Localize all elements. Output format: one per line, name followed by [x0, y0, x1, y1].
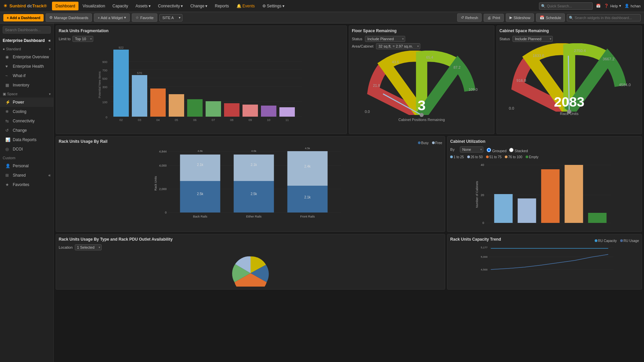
- limit-select[interactable]: Top 10: [72, 36, 93, 42]
- sidebar-item-inventory[interactable]: ▦ Inventory: [0, 80, 53, 90]
- chevron-down-icon: ▾: [124, 15, 126, 20]
- svg-text:05: 05: [175, 118, 178, 122]
- grouped-radio-label[interactable]: Grouped: [487, 148, 506, 153]
- svg-text:04: 04: [156, 118, 160, 122]
- nav-connectivity[interactable]: Connectivity ▾: [155, 2, 186, 10]
- add-dashboard-button[interactable]: + Add a Dashboard: [3, 14, 44, 21]
- svg-text:11: 11: [285, 118, 289, 122]
- widget-cabinet-util-title: Cabinet Utilization: [450, 139, 639, 144]
- cabinet-space-status-select[interactable]: Include Planned: [513, 36, 553, 42]
- search-input[interactable]: [539, 2, 593, 10]
- widget-rack-trend: Rack Units Capacity Trend RU Capacity RU…: [447, 234, 642, 290]
- nav-capacity[interactable]: Capacity: [109, 2, 131, 10]
- slideshow-button[interactable]: ▶ Slideshow: [506, 13, 534, 22]
- svg-rect-93: [541, 169, 560, 223]
- rack-type-pie: Server (RU): [224, 253, 277, 287]
- cabinet-space-status-wrap: Include Planned ▾: [513, 36, 553, 42]
- sidebar-item-cooling[interactable]: ❄ Cooling: [0, 107, 53, 116]
- print-button[interactable]: 🖨 Print: [484, 14, 504, 22]
- cabinet-gauge-svg: 0.0 916.8 1833.6 2750.4 3667.2 4584.0 20…: [499, 43, 639, 129]
- site-select[interactable]: SITE A: [159, 14, 182, 21]
- logo-sun-icon: ☀: [3, 3, 7, 8]
- svg-text:08: 08: [230, 118, 233, 122]
- help-icon: ❓: [604, 4, 609, 8]
- by-select[interactable]: None: [460, 146, 483, 153]
- floor-space-status-select[interactable]: Include Planned: [365, 36, 405, 42]
- user-button[interactable]: 👤 hchan: [625, 4, 641, 8]
- sidebar-section-custom[interactable]: Custom: [0, 154, 53, 161]
- calendar-button[interactable]: 📅: [596, 4, 601, 8]
- sidebar-section-space[interactable]: ▣ Space ▾: [0, 90, 53, 98]
- svg-rect-21: [243, 105, 258, 117]
- svg-text:3: 3: [418, 97, 426, 113]
- help-button[interactable]: ❓ Help ▾: [604, 4, 621, 8]
- nav-assets[interactable]: Assets ▾: [132, 2, 154, 10]
- svg-text:87.2: 87.2: [453, 65, 461, 69]
- sidebar-search-input[interactable]: [3, 26, 51, 34]
- sidebar-item-enterprise-health[interactable]: ♥ Enterprise Health: [0, 62, 53, 71]
- nav-dashboard[interactable]: Dashboard: [52, 2, 78, 10]
- by-control: By None ▾: [450, 146, 483, 153]
- svg-rect-92: [518, 198, 536, 223]
- svg-text:Rack Units: Rack Units: [154, 176, 157, 191]
- sidebar-item-data-reports[interactable]: 📊 Data Reports: [0, 135, 53, 144]
- logo: ☀ Sunbird dcTrack®: [3, 3, 47, 8]
- widget-rack-rail: Rack Units Usage By Rail Busy Free 4,844…: [56, 136, 445, 232]
- schedule-button[interactable]: 📅 Schedule: [536, 13, 565, 22]
- nav-events[interactable]: 🔔 Events: [233, 2, 258, 10]
- nav-reports[interactable]: Reports: [211, 2, 232, 10]
- svg-text:Either Rails: Either Rails: [246, 215, 262, 218]
- overview-icon: ◉: [5, 55, 10, 59]
- svg-rect-95: [588, 213, 607, 223]
- svg-text:20: 20: [481, 193, 484, 197]
- location-select[interactable]: 1 Selected: [75, 244, 102, 250]
- floor-space-area-select[interactable]: 32 sq.ft. = 2.97 sq.m.: [376, 43, 420, 49]
- sidebar-item-connectivity[interactable]: ⇆ Connectivity: [0, 116, 53, 126]
- widget-cabinet-space: Cabinet Space Remaining Status Include P…: [496, 25, 642, 134]
- nav-change[interactable]: Change ▾: [187, 2, 211, 10]
- svg-text:4.5k: 4.5k: [305, 147, 310, 150]
- svg-rect-23: [279, 107, 295, 117]
- sidebar-item-change[interactable]: ↺ Change: [0, 126, 53, 135]
- inventory-icon: ▦: [5, 83, 10, 87]
- stacked-radio-label[interactable]: Stacked: [509, 148, 528, 153]
- search-dashboard-input[interactable]: [567, 14, 641, 21]
- svg-text:21.8: 21.8: [373, 83, 380, 87]
- row-1: Rack Units Fragmentation Limit to Top 10…: [56, 25, 642, 134]
- sidebar-item-shared[interactable]: ⊞ Shared «: [0, 171, 53, 180]
- svg-text:109.0: 109.0: [469, 87, 478, 92]
- row-3: Rack Units Usage By Type and Rack PDU Ou…: [56, 234, 642, 290]
- sidebar-item-enterprise-overview[interactable]: ◉ Enterprise Overview: [0, 52, 53, 62]
- sidebar-section-standard[interactable]: ● Standard ▾: [0, 45, 53, 52]
- nav-settings[interactable]: ⚙ Settings ▾: [259, 2, 288, 10]
- search-icon: 🔍: [541, 4, 546, 8]
- svg-text:Back Rails: Back Rails: [193, 215, 207, 218]
- location-select-wrap: 1 Selected ▾: [75, 244, 102, 250]
- svg-text:2.1k: 2.1k: [197, 163, 204, 167]
- stacked-radio[interactable]: [509, 148, 514, 152]
- nav-visualization[interactable]: Visualization: [79, 2, 108, 10]
- floor-space-area-wrap: 32 sq.ft. = 2.97 sq.m. ▾: [376, 43, 420, 49]
- sidebar-item-personal[interactable]: 👤 Custom Personal: [0, 161, 53, 171]
- sidebar-item-what-if[interactable]: ~ What-if: [0, 71, 53, 80]
- chevron-down-icon: ▾: [49, 47, 51, 51]
- grouped-radio[interactable]: [487, 148, 491, 152]
- widget-rack-rail-title: Rack Units Usage By Rail: [59, 139, 107, 144]
- sidebar-item-dcoi[interactable]: ◎ DCOI: [0, 144, 53, 154]
- svg-text:700: 700: [102, 69, 107, 72]
- svg-text:2750.4: 2750.4: [574, 49, 586, 53]
- svg-text:2.1k: 2.1k: [304, 195, 311, 199]
- svg-text:06: 06: [193, 118, 197, 122]
- refresh-button[interactable]: ↺ Refresh: [457, 13, 482, 22]
- site-select-wrap: SITE A ▾: [159, 14, 182, 21]
- favorite-button[interactable]: ☆ Favorite: [132, 13, 157, 22]
- sidebar-item-favorites[interactable]: ★ Favorites: [0, 180, 53, 189]
- svg-text:5,177: 5,177: [481, 246, 488, 249]
- floor-space-status-wrap: Include Planned ▾: [365, 36, 405, 42]
- rack-trend-header: Rack Units Capacity Trend RU Capacity RU…: [450, 237, 639, 244]
- add-widget-button[interactable]: + Add a Widget ▾: [94, 13, 130, 22]
- manage-dashboards-button[interactable]: ⚙ Manage Dashboards: [46, 13, 92, 22]
- cabinet-util-legend: 1 to 25 26 to 50 51 to 75 76 to 100 Empt…: [450, 155, 639, 159]
- collapse-icon[interactable]: «: [48, 38, 51, 43]
- sidebar-item-power[interactable]: ⚡ Power: [0, 98, 53, 107]
